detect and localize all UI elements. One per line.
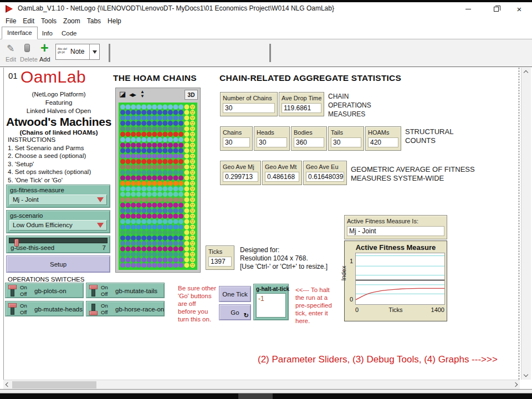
switch-toggle-handle[interactable] — [89, 285, 98, 289]
delete-eraser-icon[interactable] — [24, 44, 30, 52]
switch-toggle-handle[interactable] — [89, 311, 98, 315]
menu-zoom[interactable]: Zoom — [60, 16, 84, 26]
monitor-hoams: HOAMs420 — [365, 126, 401, 151]
switch-on-off-labels: OnOff — [20, 284, 27, 298]
monitor-value: 30 — [257, 137, 287, 147]
chains-dots — [119, 103, 197, 270]
slider-value: 7 — [103, 244, 106, 251]
switch-toggle-handle[interactable] — [8, 285, 17, 289]
chooser-value-box[interactable]: Mj - Joint — [9, 195, 107, 205]
monitor-value: Mj - Joint — [347, 226, 444, 236]
slider-label: g-use-this-seed — [11, 244, 54, 251]
world-view-widget: ◪ ◀▶ ▲▼ 3D — [115, 88, 201, 273]
monitor-label: Number of Chains — [223, 95, 275, 101]
chooser-gs-scenario[interactable]: gs-scenario Low Odum Efficiency — [6, 210, 110, 233]
edit-pencil-icon[interactable]: ✎ — [7, 43, 14, 54]
minimize-button[interactable] — [460, 2, 477, 16]
menu-tools[interactable]: Tools — [38, 16, 60, 26]
window-bottom-edge — [0, 389, 532, 393]
plot-x-max-tick: 1400 — [431, 306, 444, 313]
view-shape-icon[interactable]: ◪ — [119, 90, 126, 98]
forever-icon: ↻ — [244, 312, 249, 319]
horizontal-scrollbar[interactable] — [3, 380, 520, 389]
more-tabs-note: (2) Parameter Sliders, (3) Debug Tools, … — [258, 354, 498, 365]
subtitle-note: Atwood's Machines — [4, 115, 114, 129]
instruction-line: 2. Choose a seed (optional) — [8, 152, 91, 160]
chooser-value-box[interactable]: Low Odum Efficiency — [9, 220, 107, 231]
widget-type-dropdown-icon[interactable] — [89, 44, 99, 59]
chooser-gs-fitness-measure[interactable]: gs-fitness-measure Mj - Joint — [6, 185, 110, 208]
one-tick-button[interactable]: One Tick — [219, 286, 251, 302]
horizontal-scroll-thumb[interactable] — [12, 381, 96, 388]
tab-interface[interactable]: Interface — [2, 27, 38, 39]
monitor-value: 0.299713 — [223, 172, 258, 182]
hoam-chains-heading: THE HOAM CHAINS — [113, 73, 197, 83]
switch-gb-horse-race-on[interactable]: OnOffgb-horse-race-on — [86, 301, 165, 316]
monitor-bodies: Bodies360 — [291, 126, 327, 151]
add-plus-icon[interactable]: + — [40, 40, 49, 56]
menu-edit[interactable]: Edit — [19, 16, 38, 26]
instruction-line: 3. 'Setup' — [8, 160, 91, 168]
switch-toggle-handle[interactable] — [8, 303, 17, 308]
monitor-label: Heads — [257, 129, 287, 136]
tab-info[interactable]: Info — [38, 28, 57, 39]
note-number: 01 — [8, 71, 18, 80]
menu-help[interactable]: Help — [104, 16, 125, 26]
delete-button-label[interactable]: Delete — [20, 56, 38, 63]
go-warning-note: Be sure other'Go' buttonsare offbefore y… — [178, 284, 216, 323]
geometric-average-monitors: Geo Ave Mj0.299713Geo Ave Mt0.486168Geo … — [220, 161, 475, 185]
view-3d-button[interactable]: 3D — [185, 90, 198, 100]
monitor-ave-drop-time: Ave Drop Time119.6861 — [279, 92, 324, 116]
input-value-box[interactable]: -1 — [256, 293, 286, 318]
slider-track[interactable] — [9, 238, 108, 243]
switch-gb-mutate-heads[interactable]: OnOffgb-mutate-heads — [5, 301, 84, 316]
scroll-left-arrow[interactable] — [6, 382, 10, 387]
go-button[interactable]: Go ↻ — [219, 304, 251, 320]
plot-canvas — [356, 253, 444, 304]
interface-boundary-dashed-line — [519, 68, 519, 380]
monitor-value: 30 — [223, 103, 275, 113]
monitor-value: 30 — [331, 137, 361, 147]
structural-counts-monitors: Chains30Heads30Bodies360Tails30HOAMs420S… — [220, 126, 453, 151]
intro-note: (NetLogo Platform) Featuring Linked Halv… — [4, 90, 114, 137]
monitor-geo-ave-mj: Geo Ave Mj0.299713 — [220, 161, 261, 185]
world-view[interactable] — [119, 103, 197, 270]
widget-type-value: Note — [70, 48, 84, 55]
slider-g-use-this-seed[interactable]: g-use-this-seed 7 — [6, 236, 110, 253]
view-vertical-arrows-icon[interactable]: ▲▼ — [140, 90, 145, 99]
monitor-value: 1397 — [208, 257, 232, 267]
scroll-up-arrow[interactable] — [524, 70, 528, 75]
close-button[interactable]: × — [511, 2, 528, 16]
note-thumbnail: Abc def ghi jkl — [58, 47, 67, 54]
stats-heading: CHAIN-RELATED AGGREGATE STATISTICS — [219, 73, 401, 83]
monitor-heads: Heads30 — [254, 126, 290, 151]
view-horizontal-arrows-icon[interactable]: ◀▶ — [129, 92, 136, 98]
tab-code[interactable]: Code — [57, 28, 81, 39]
edit-button-label[interactable]: Edit — [6, 56, 16, 63]
monitor-geo-ave-mt: Geo Ave Mt0.486168 — [262, 161, 302, 185]
vertical-scrollbar[interactable] — [521, 68, 531, 380]
switch-gb-mutate-tails[interactable]: OnOffgb-mutate-tails — [86, 283, 165, 298]
monitor-label: Bodies — [294, 129, 324, 136]
switch-gb-plots-on[interactable]: OnOffgb-plots-on — [5, 283, 84, 298]
monitor-value: 30 — [223, 137, 250, 147]
switch-label: gb-horse-race-on — [115, 306, 164, 313]
go-button-label: Go — [231, 309, 239, 316]
menu-file[interactable]: File — [2, 16, 19, 26]
plot-y-max-tick: 1 — [350, 258, 353, 264]
scroll-down-arrow[interactable] — [524, 372, 528, 377]
halt-at-tick-input[interactable]: g-halt-at-tick -1 — [253, 284, 289, 320]
monitors-caption: CHAINOPERATIONSMEASURES — [328, 92, 371, 119]
monitor-value: 119.6861 — [282, 103, 321, 113]
widget-type-select[interactable]: Abc def ghi jkl Note — [55, 44, 100, 60]
input-label: g-halt-at-tick — [254, 284, 288, 293]
plot-title: Active Fitness Measure — [345, 243, 447, 252]
scroll-right-arrow[interactable] — [513, 382, 518, 387]
monitors-caption: STRUCTURALCOUNTS — [405, 127, 453, 145]
restore-button[interactable] — [488, 2, 504, 16]
setup-button[interactable]: Setup — [6, 255, 110, 273]
chain-operations-monitors: Number of Chains30Ave Drop Time119.6861C… — [220, 92, 371, 119]
plot-area — [355, 253, 445, 305]
add-button-label[interactable]: Add — [39, 56, 50, 63]
menu-tabs[interactable]: Tabs — [84, 16, 104, 26]
